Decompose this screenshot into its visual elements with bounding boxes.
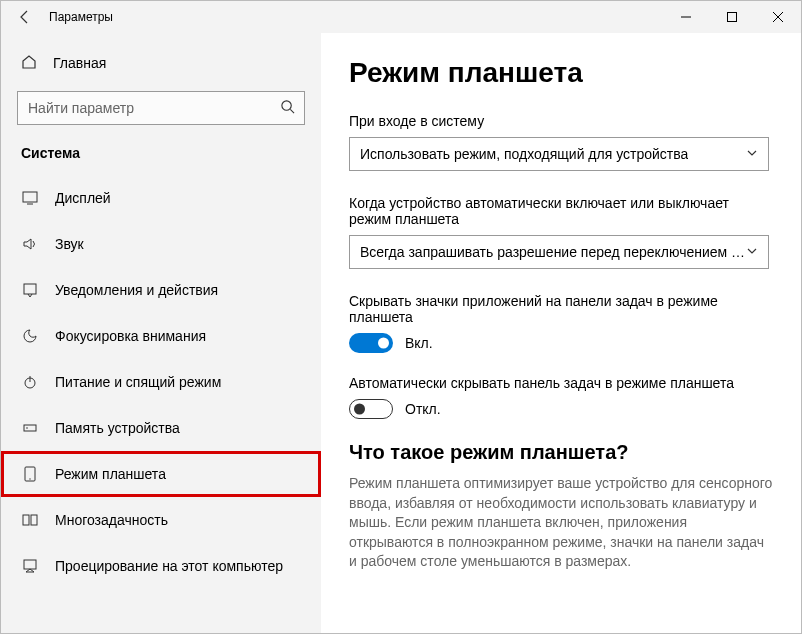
svg-rect-17 [24, 560, 36, 569]
focus-icon [21, 328, 39, 344]
sidebar-item-sound[interactable]: Звук [1, 221, 321, 267]
minimize-button[interactable] [663, 1, 709, 33]
svg-rect-8 [24, 284, 36, 294]
auto-switch-dropdown-value: Всегда запрашивать разрешение перед пере… [360, 244, 746, 260]
arrow-left-icon [17, 9, 33, 25]
hide-icons-state: Вкл. [405, 335, 433, 351]
close-button[interactable] [755, 1, 801, 33]
sound-icon [21, 236, 39, 252]
svg-rect-16 [31, 515, 37, 525]
page-heading: Режим планшета [349, 57, 773, 89]
project-icon [21, 558, 39, 574]
chevron-down-icon [746, 146, 758, 162]
search-container [17, 91, 305, 125]
sidebar-item-storage[interactable]: Память устройства [1, 405, 321, 451]
notifications-icon [21, 282, 39, 298]
sidebar-item-focus[interactable]: Фокусировка внимания [1, 313, 321, 359]
sidebar-item-label: Питание и спящий режим [55, 374, 221, 390]
maximize-icon [727, 12, 737, 22]
window-title: Параметры [49, 10, 113, 24]
svg-point-14 [29, 478, 30, 479]
sidebar-item-display[interactable]: Дисплей [1, 175, 321, 221]
sidebar-item-label: Звук [55, 236, 84, 252]
sidebar-item-label: Уведомления и действия [55, 282, 218, 298]
title-bar: Параметры [1, 1, 801, 33]
signin-dropdown-value: Использовать режим, подходящий для устро… [360, 146, 688, 162]
power-icon [21, 374, 39, 390]
sidebar-item-label: Режим планшета [55, 466, 166, 482]
multitask-icon [21, 512, 39, 528]
svg-rect-15 [23, 515, 29, 525]
sidebar-item-power[interactable]: Питание и спящий режим [1, 359, 321, 405]
sidebar-item-tablet[interactable]: Режим планшета [1, 451, 321, 497]
search-icon [280, 99, 295, 117]
close-icon [773, 12, 783, 22]
auto-hide-taskbar-toggle[interactable] [349, 399, 393, 419]
sidebar-item-label: Фокусировка внимания [55, 328, 206, 344]
what-is-heading: Что такое режим планшета? [349, 441, 773, 464]
sidebar: Главная Система Дисплей Звук Уведомления… [1, 33, 321, 634]
sidebar-item-label: Дисплей [55, 190, 111, 206]
svg-rect-6 [23, 192, 37, 202]
back-button[interactable] [9, 1, 41, 33]
home-icon [21, 54, 37, 73]
signin-dropdown[interactable]: Использовать режим, подходящий для устро… [349, 137, 769, 171]
hide-icons-label: Скрывать значки приложений на панели зад… [349, 293, 773, 325]
hide-icons-toggle[interactable] [349, 333, 393, 353]
section-label-system: Система [1, 141, 321, 175]
svg-point-12 [26, 427, 28, 429]
svg-line-5 [290, 109, 294, 113]
tablet-icon [21, 466, 39, 482]
maximize-button[interactable] [709, 1, 755, 33]
search-input[interactable] [17, 91, 305, 125]
minimize-icon [681, 12, 691, 22]
storage-icon [21, 420, 39, 436]
svg-rect-11 [24, 425, 36, 431]
sidebar-item-label: Память устройства [55, 420, 180, 436]
sidebar-item-projecting[interactable]: Проецирование на этот компьютер [1, 543, 321, 589]
content-pane: Режим планшета При входе в систему Испол… [321, 33, 801, 634]
auto-switch-label: Когда устройство автоматически включает … [349, 195, 773, 227]
display-icon [21, 190, 39, 206]
sidebar-item-multitasking[interactable]: Многозадачность [1, 497, 321, 543]
sidebar-item-notifications[interactable]: Уведомления и действия [1, 267, 321, 313]
sidebar-item-label: Проецирование на этот компьютер [55, 558, 283, 574]
svg-rect-1 [728, 13, 737, 22]
chevron-down-icon [746, 244, 758, 260]
signin-label: При входе в систему [349, 113, 773, 129]
home-label: Главная [53, 55, 106, 71]
sidebar-item-label: Многозадачность [55, 512, 168, 528]
auto-switch-dropdown[interactable]: Всегда запрашивать разрешение перед пере… [349, 235, 769, 269]
svg-point-4 [282, 101, 291, 110]
what-is-description: Режим планшета оптимизирует ваше устройс… [349, 474, 773, 572]
auto-hide-taskbar-label: Автоматически скрывать панель задач в ре… [349, 375, 773, 391]
auto-hide-taskbar-state: Откл. [405, 401, 441, 417]
home-nav[interactable]: Главная [1, 43, 321, 83]
